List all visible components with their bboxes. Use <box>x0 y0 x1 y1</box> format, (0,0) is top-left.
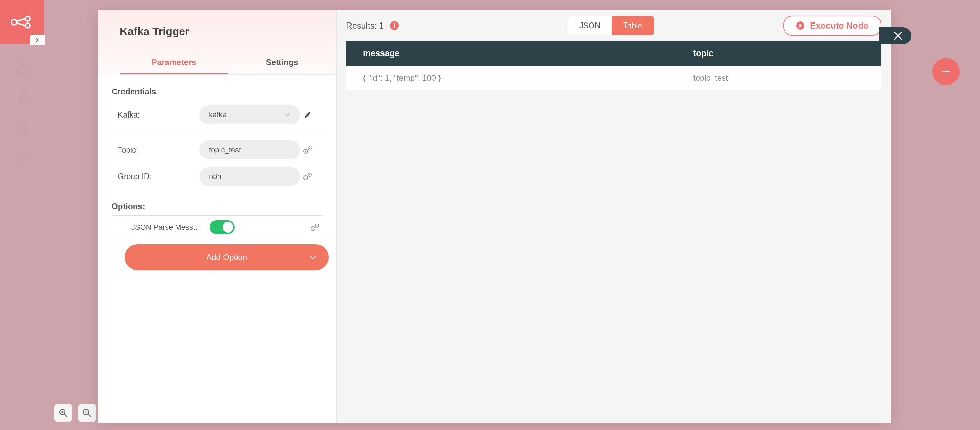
svg-line-4 <box>16 23 25 26</box>
chevron-down-icon <box>310 253 317 262</box>
add-option-label: Add Option <box>206 253 247 262</box>
sidebar-item-executions[interactable] <box>15 123 29 136</box>
topic-gear-button[interactable] <box>300 145 315 154</box>
chevron-right-icon <box>35 37 40 42</box>
svg-rect-6 <box>17 70 20 73</box>
edit-credential-button[interactable] <box>300 110 315 119</box>
svg-point-30 <box>309 148 310 149</box>
logo-icon <box>11 15 34 29</box>
options-heading: Options: <box>111 202 323 211</box>
svg-point-0 <box>11 19 17 25</box>
svg-point-28 <box>305 151 306 152</box>
table-row[interactable]: { "id": 1, "temp": 100 } topic_test <box>346 66 881 90</box>
tab-parameters[interactable]: Parameters <box>120 51 228 74</box>
sidebar-item-workflows[interactable] <box>15 61 29 75</box>
add-option-button[interactable]: Add Option <box>124 244 329 270</box>
group-input[interactable]: n8n <box>199 167 300 186</box>
topic-input[interactable]: topic_test <box>199 141 300 160</box>
group-gear-button[interactable] <box>300 172 315 181</box>
view-table-button[interactable]: Table <box>612 16 654 35</box>
zoom-controls <box>54 404 96 422</box>
info-icon[interactable]: i <box>390 21 399 30</box>
gears-icon <box>302 172 313 181</box>
credentials-heading: Credentials <box>111 87 323 96</box>
pencil-icon <box>303 110 312 119</box>
option-row-json-parse: JSON Parse Mess… <box>111 215 323 240</box>
node-config-panel: Kafka Trigger Parameters Settings Creden… <box>98 10 337 422</box>
svg-point-2 <box>25 23 30 28</box>
plus-icon <box>940 66 951 77</box>
svg-point-9 <box>18 125 19 127</box>
divider <box>111 132 323 132</box>
svg-point-32 <box>305 177 306 179</box>
results-panel: Results: 1 i JSON Table Execute Node mes… <box>337 10 891 422</box>
svg-point-8 <box>22 94 27 99</box>
svg-point-1 <box>25 16 30 21</box>
chevron-down-icon <box>285 113 291 117</box>
workflow-icon <box>16 62 28 74</box>
gears-icon <box>302 145 313 154</box>
table-head: message topic <box>346 41 881 66</box>
svg-line-17 <box>64 414 67 417</box>
kafka-label: Kafka: <box>118 110 199 120</box>
logo[interactable] <box>0 0 44 44</box>
list-icon <box>17 125 27 134</box>
node-tabs: Parameters Settings <box>120 51 336 75</box>
node-title: Kafka Trigger <box>120 25 336 51</box>
svg-point-15 <box>21 164 23 166</box>
parameters-body: Credentials Kafka: kafka Topic: topic_te… <box>98 75 336 422</box>
field-row-group: Group ID: n8n <box>111 167 323 186</box>
svg-line-3 <box>16 19 25 21</box>
zoom-out-icon <box>82 408 92 418</box>
add-node-button[interactable] <box>932 58 959 85</box>
svg-point-38 <box>317 225 318 226</box>
execute-label: Execute Node <box>810 21 869 31</box>
gears-icon <box>310 223 320 232</box>
node-header: Kafka Trigger Parameters Settings <box>98 10 336 75</box>
svg-point-34 <box>309 174 310 175</box>
json-parse-toggle[interactable] <box>210 221 235 234</box>
kafka-credential-select[interactable]: kafka <box>199 105 300 125</box>
topic-label: Topic: <box>118 145 199 155</box>
key-icon <box>17 93 27 104</box>
zoom-in-icon <box>59 408 68 418</box>
results-header: Results: 1 i JSON Table Execute Node <box>337 10 891 41</box>
svg-line-21 <box>88 414 91 417</box>
results-count: Results: 1 <box>346 21 384 31</box>
topic-value: topic_test <box>209 145 241 154</box>
play-icon <box>796 21 804 30</box>
sidebar-item-help[interactable] <box>15 153 29 167</box>
results-table: message topic { "id": 1, "temp": 100 } t… <box>346 41 881 90</box>
svg-point-13 <box>18 132 19 134</box>
execute-node-button[interactable]: Execute Node <box>783 16 881 36</box>
field-row-topic: Topic: topic_test <box>111 141 323 160</box>
kafka-credential-value: kafka <box>209 110 227 119</box>
json-parse-label: JSON Parse Mess… <box>131 223 206 232</box>
col-message: message <box>363 48 693 58</box>
credential-row-kafka: Kafka: kafka <box>111 105 323 125</box>
help-icon <box>18 154 26 166</box>
close-icon <box>893 31 903 41</box>
close-button[interactable] <box>879 27 911 44</box>
cell-message: { "id": 1, "temp": 100 } <box>363 73 693 83</box>
view-toggle: JSON Table <box>568 16 654 35</box>
group-value: n8n <box>209 172 221 181</box>
node-modal: Kafka Trigger Parameters Settings Creden… <box>98 10 891 422</box>
sidebar-item-credentials[interactable] <box>15 92 29 106</box>
sidebar <box>0 0 44 430</box>
col-topic: topic <box>693 48 864 58</box>
svg-point-11 <box>18 129 19 131</box>
sidebar-toggle[interactable] <box>30 35 45 45</box>
view-json-button[interactable]: JSON <box>568 16 612 35</box>
cell-topic: topic_test <box>693 73 864 83</box>
svg-point-36 <box>313 228 314 229</box>
json-parse-gear-button[interactable] <box>308 223 323 232</box>
group-label: Group ID: <box>118 172 199 181</box>
zoom-out-button[interactable] <box>78 404 96 422</box>
svg-rect-5 <box>21 63 24 66</box>
toggle-knob <box>223 222 234 233</box>
svg-rect-7 <box>24 70 27 73</box>
tab-settings[interactable]: Settings <box>228 51 336 74</box>
zoom-in-button[interactable] <box>54 404 72 422</box>
